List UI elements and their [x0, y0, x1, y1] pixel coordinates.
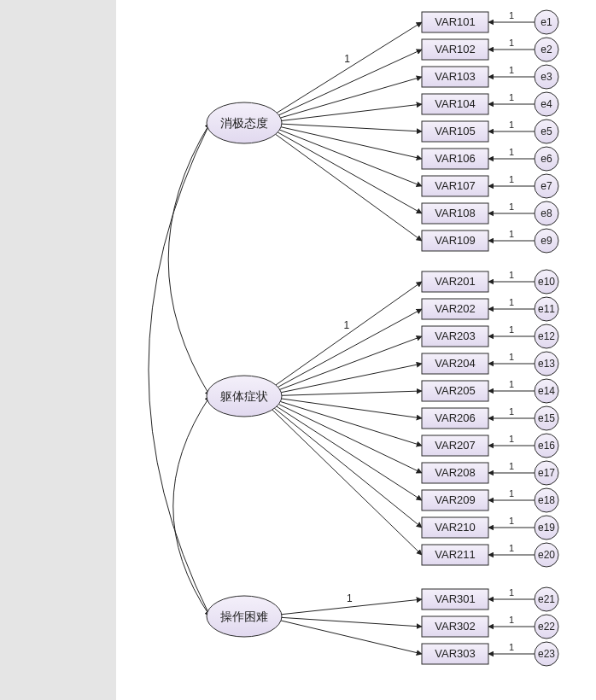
loading-path[interactable] [282, 104, 422, 120]
error-weight-label: 1 [509, 642, 514, 652]
observed-var-label: VAR209 [435, 493, 475, 506]
error-weight-label: 1 [509, 324, 514, 335]
error-weight-label: 1 [509, 406, 514, 417]
latent-var-label: 躯体症状 [220, 389, 268, 403]
error-term-label: e12 [538, 330, 555, 342]
error-weight-label: 1 [509, 229, 514, 239]
loading-path[interactable] [272, 410, 422, 555]
observed-var-label: VAR206 [435, 411, 475, 424]
error-weight-label: 1 [509, 174, 514, 184]
error-weight-label: 1 [509, 543, 514, 553]
error-term-label: e11 [538, 303, 555, 315]
covariance-arc[interactable] [168, 123, 210, 396]
observed-var-label: VAR102 [435, 43, 475, 55]
error-term-label: e3 [540, 71, 552, 83]
diagram-canvas[interactable]: 11111111111111111111111111VAR101VAR102VA… [116, 0, 596, 700]
error-term-label: e16 [538, 440, 555, 452]
loading-path[interactable] [278, 132, 422, 213]
error-weight-label: 1 [509, 352, 514, 362]
error-term-label: e4 [540, 98, 552, 110]
loading-path[interactable] [280, 336, 422, 389]
observed-var-label: VAR109 [435, 234, 475, 247]
observed-var-label: VAR101 [435, 15, 475, 28]
observed-var-label: VAR201 [435, 275, 475, 288]
observed-var-label: VAR202 [435, 302, 475, 315]
observed-var-label: VAR105 [435, 125, 475, 137]
observed-var-label: VAR108 [435, 207, 475, 219]
error-weight-label: 1 [509, 65, 514, 75]
loading-path[interactable] [279, 130, 422, 186]
error-weight-label: 1 [509, 92, 514, 102]
loading-path[interactable] [282, 391, 422, 395]
observed-var-label: VAR207 [435, 439, 475, 452]
error-weight-label: 1 [509, 297, 514, 307]
error-weight-label: 1 [509, 147, 514, 157]
error-weight-label: 1 [509, 120, 514, 130]
error-term-label: e22 [538, 621, 555, 633]
error-weight-label: 1 [509, 270, 514, 280]
loading-path[interactable] [277, 22, 422, 113]
error-term-label: e17 [538, 467, 555, 479]
error-term-label: e2 [540, 44, 552, 55]
loading-path[interactable] [282, 617, 422, 627]
error-term-label: e5 [540, 125, 552, 137]
observed-var-label: VAR208 [435, 466, 475, 479]
error-term-label: e10 [538, 276, 555, 288]
latent-var-label: 操作困难 [220, 610, 268, 623]
error-term-label: e19 [538, 522, 555, 534]
loading-path[interactable] [276, 134, 422, 241]
loading-weight-label: 1 [343, 319, 349, 331]
covariance-arc[interactable] [149, 123, 210, 616]
error-term-label: e21 [538, 593, 555, 605]
observed-var-label: VAR210 [435, 521, 475, 534]
observed-var-label: VAR107 [435, 179, 475, 192]
loading-weight-label: 1 [344, 53, 350, 65]
error-weight-label: 1 [509, 516, 514, 526]
observed-var-label: VAR106 [435, 152, 475, 165]
error-term-label: e7 [540, 180, 552, 192]
error-term-label: e15 [538, 412, 555, 424]
error-weight-label: 1 [509, 615, 514, 625]
observed-var-label: VAR103 [435, 70, 475, 83]
loading-path[interactable] [281, 364, 422, 393]
loading-path[interactable] [279, 50, 422, 115]
error-weight-label: 1 [509, 201, 514, 212]
loading-weight-label: 1 [347, 592, 353, 604]
loading-path[interactable] [276, 282, 422, 385]
observed-var-label: VAR205 [435, 384, 475, 397]
error-weight-label: 1 [509, 434, 514, 444]
error-weight-label: 1 [509, 10, 514, 20]
observed-var-label: VAR211 [435, 548, 475, 561]
error-term-label: e13 [538, 358, 555, 370]
sidebar-panel [0, 0, 116, 700]
loading-path[interactable] [282, 124, 422, 131]
error-term-label: e14 [538, 385, 555, 397]
loading-path[interactable] [274, 408, 422, 528]
error-term-label: e1 [540, 16, 552, 28]
error-term-label: e20 [538, 549, 555, 561]
error-weight-label: 1 [509, 488, 514, 499]
error-term-label: e23 [538, 648, 555, 660]
observed-var-label: VAR204 [435, 357, 475, 370]
error-weight-label: 1 [509, 379, 514, 389]
latent-var-label: 消极态度 [220, 116, 268, 130]
observed-var-label: VAR303 [435, 647, 475, 660]
loading-path[interactable] [277, 406, 422, 500]
observed-var-label: VAR301 [435, 592, 475, 605]
loading-path[interactable] [278, 309, 422, 387]
error-term-label: e8 [540, 207, 552, 219]
error-term-label: e9 [540, 235, 552, 247]
error-term-label: e6 [540, 153, 552, 165]
observed-var-label: VAR203 [435, 330, 475, 342]
covariance-arc[interactable] [173, 396, 210, 616]
error-weight-label: 1 [509, 38, 514, 48]
error-weight-label: 1 [509, 587, 514, 598]
observed-var-label: VAR302 [435, 620, 475, 633]
error-term-label: e18 [538, 494, 555, 506]
observed-var-label: VAR104 [435, 97, 475, 110]
error-weight-label: 1 [509, 461, 514, 471]
